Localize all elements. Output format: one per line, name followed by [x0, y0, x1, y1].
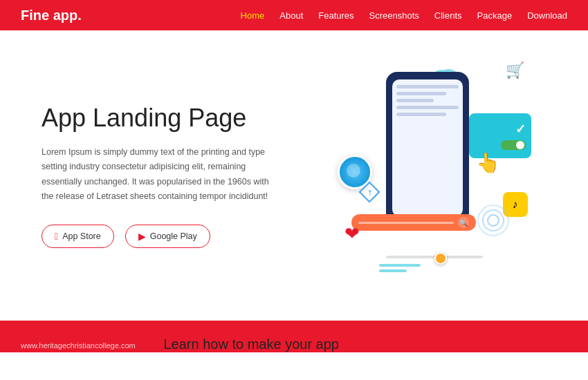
- nav-download[interactable]: Download: [527, 9, 567, 21]
- phone-body: [386, 72, 469, 224]
- screen-content: [392, 79, 463, 125]
- hand-cursor-icon: 👆: [476, 151, 500, 174]
- screen-line: [396, 113, 446, 116]
- hero-section: App Landing Page Lorem Ipsum is simply d…: [0, 30, 588, 321]
- phone-illustration: 🛒 ✓: [317, 44, 538, 307]
- appstore-button[interactable]:  App Store: [42, 225, 114, 248]
- svg-point-5: [483, 210, 504, 231]
- search-bar-line: [358, 222, 454, 224]
- toggle-icon: [501, 140, 526, 150]
- nav-features[interactable]: Features: [318, 9, 353, 21]
- nav-screenshots[interactable]: Screenshots: [369, 9, 419, 21]
- slider-illustration: [386, 256, 483, 258]
- wifi-circles-icon: [476, 203, 511, 240]
- nav-package[interactable]: Package: [477, 9, 513, 21]
- hero-buttons:  App Store ▶ Google Play: [42, 225, 280, 248]
- logo-fine: Fine: [21, 8, 53, 23]
- googleplay-button[interactable]: ▶ Google Play: [125, 225, 210, 248]
- screen-line: [396, 92, 446, 95]
- logo[interactable]: Fine app.: [21, 8, 82, 23]
- main-nav: Home About Features Screenshots Clients …: [241, 9, 567, 21]
- nav-home[interactable]: Home: [241, 9, 265, 21]
- small-line: [379, 264, 421, 267]
- google-play-icon: ▶: [138, 231, 146, 242]
- checkmark-icon: ✓: [515, 122, 526, 137]
- appstore-label: App Store: [62, 231, 101, 241]
- googleplay-label: Google Play: [150, 231, 197, 241]
- bottom-lines: [379, 264, 421, 272]
- heart-icon: ❤: [344, 223, 360, 245]
- header: Fine app. Home About Features Screenshot…: [0, 0, 588, 30]
- screen-line: [396, 85, 459, 88]
- apple-icon: : [55, 231, 58, 242]
- nav-clients[interactable]: Clients: [434, 9, 462, 21]
- footer-bar: www.heritagechristiancollege.com Learn h…: [0, 321, 588, 352]
- hero-title: App Landing Page: [42, 103, 280, 133]
- screen-line: [396, 99, 434, 102]
- logo-app: app.: [53, 8, 82, 23]
- small-line: [379, 269, 407, 272]
- hero-left: App Landing Page Lorem Ipsum is simply d…: [42, 103, 308, 248]
- search-bar-illustration: 🔍: [351, 214, 476, 231]
- nav-about[interactable]: About: [279, 9, 303, 21]
- basket-icon: 🛒: [506, 61, 524, 79]
- svg-point-6: [488, 215, 499, 226]
- hero-illustration: 🛒 ✓: [308, 30, 546, 321]
- screen-line: [396, 106, 459, 109]
- footer-url: www.heritagechristiancollege.com: [21, 341, 136, 350]
- phone-screen: [392, 79, 463, 216]
- hero-description: Lorem Ipsum is simply dummy text of the …: [42, 145, 280, 204]
- search-icon: 🔍: [458, 217, 469, 228]
